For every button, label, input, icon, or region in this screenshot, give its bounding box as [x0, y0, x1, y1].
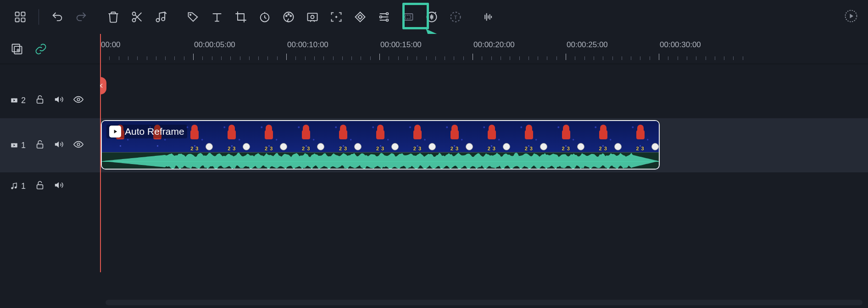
ruler-label: 00:00:25:00: [567, 40, 608, 50]
svg-point-30: [77, 98, 80, 101]
svg-point-8: [190, 14, 191, 15]
track-header-column: 2 1 1: [0, 34, 100, 308]
svg-point-33: [77, 143, 80, 146]
tag-icon[interactable]: [181, 5, 205, 29]
chroma-key-icon[interactable]: [300, 5, 324, 29]
keyframe-icon[interactable]: [348, 5, 372, 29]
color-icon[interactable]: [277, 5, 300, 29]
svg-point-6: [156, 19, 160, 22]
track-header-video2: 2: [0, 82, 100, 118]
timeline-tracks-area[interactable]: 00:0000:00:05:0000:00:10:0000:00:15:0000…: [100, 34, 868, 308]
track-row-video1[interactable]: 2 32 32 32 32 32 32 32 32 32 32 32 32 3 …: [100, 118, 868, 172]
split-icon[interactable]: [125, 5, 149, 29]
toolbar: T: [0, 0, 868, 34]
lock-icon[interactable]: [35, 139, 45, 151]
mute-icon[interactable]: [54, 139, 64, 151]
subtitle-icon[interactable]: T: [444, 5, 467, 29]
clip-title: Auto Reframe: [125, 126, 184, 137]
ruler-label: 00:00:15:00: [380, 40, 422, 50]
svg-point-13: [290, 15, 291, 16]
track-audio1-label: 1: [10, 182, 26, 191]
clip-title-badge: Auto Reframe: [106, 125, 187, 138]
svg-point-35: [15, 187, 17, 189]
render-icon[interactable]: [844, 9, 860, 25]
svg-point-34: [11, 187, 13, 189]
timeline: 2 1 1 00:0000:00:05:0000:00: [0, 34, 868, 308]
svg-rect-20: [405, 16, 411, 19]
svg-rect-36: [37, 185, 43, 189]
svg-point-11: [286, 15, 287, 16]
track-video2-label: 2: [10, 96, 26, 105]
mute-icon[interactable]: [54, 94, 64, 106]
svg-point-16: [386, 13, 389, 15]
toolbar-divider: [39, 9, 39, 25]
aspect-icon[interactable]: [396, 5, 420, 29]
track-row-audio1[interactable]: [100, 172, 868, 200]
svg-point-12: [288, 14, 289, 15]
ruler-label: 00:00:05:00: [194, 40, 235, 50]
focus-icon[interactable]: [324, 5, 348, 29]
add-track-icon[interactable]: [10, 42, 24, 56]
svg-rect-2: [16, 18, 19, 22]
svg-point-15: [311, 16, 314, 19]
audio-stretch-icon[interactable]: [420, 5, 444, 29]
undo-icon[interactable]: [45, 5, 69, 29]
svg-point-5: [133, 19, 136, 22]
svg-rect-29: [37, 99, 43, 103]
lock-icon[interactable]: [35, 94, 45, 106]
redo-icon[interactable]: [69, 5, 93, 29]
track-header-audio1: 1: [0, 172, 100, 200]
link-icon[interactable]: [34, 42, 48, 56]
svg-point-4: [133, 12, 136, 16]
svg-point-18: [386, 19, 389, 22]
track-header-video1: 1: [0, 118, 100, 172]
mute-icon[interactable]: [54, 180, 64, 192]
visibility-icon[interactable]: [73, 139, 83, 151]
lock-icon[interactable]: [35, 180, 45, 192]
svg-rect-14: [308, 13, 317, 21]
track-row-video2[interactable]: [100, 82, 868, 118]
horizontal-scrollbar[interactable]: [106, 300, 862, 305]
video-clip[interactable]: 2 32 32 32 32 32 32 32 32 32 32 32 32 3 …: [101, 120, 660, 170]
svg-rect-26: [12, 44, 20, 51]
svg-rect-32: [37, 144, 43, 148]
svg-rect-0: [16, 12, 19, 16]
apps-icon[interactable]: [8, 5, 32, 29]
svg-point-17: [380, 16, 382, 18]
ruler-label: 00:00: [101, 40, 121, 50]
crop-icon[interactable]: [229, 5, 253, 29]
ruler-label: 00:00:20:00: [473, 40, 515, 50]
audio-beat-icon[interactable]: [476, 5, 500, 29]
visibility-icon[interactable]: [73, 94, 83, 106]
adjust-icon[interactable]: [372, 5, 396, 29]
track-video1-label: 1: [10, 141, 26, 150]
svg-rect-19: [403, 14, 413, 20]
music-detach-icon[interactable]: [149, 5, 173, 29]
speed-icon[interactable]: [253, 5, 277, 29]
clip-waveform: [102, 152, 659, 170]
ruler-label: 00:00:30:00: [660, 40, 701, 50]
delete-icon[interactable]: [101, 5, 125, 29]
svg-point-7: [161, 17, 165, 21]
time-ruler[interactable]: 00:0000:00:05:0000:00:10:0000:00:15:0000…: [100, 34, 868, 64]
svg-rect-1: [21, 12, 25, 16]
play-icon: [109, 126, 121, 138]
ruler-label: 00:00:10:00: [287, 40, 328, 50]
svg-rect-3: [21, 18, 25, 22]
ruler-controls: [0, 34, 100, 64]
playhead[interactable]: [100, 34, 101, 272]
svg-text:T: T: [454, 14, 457, 20]
text-icon[interactable]: [205, 5, 229, 29]
